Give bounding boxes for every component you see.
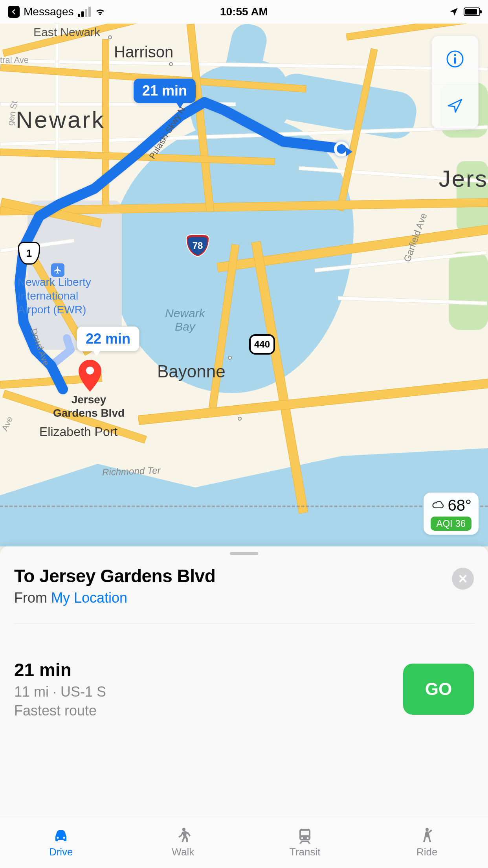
svg-point-5	[57, 837, 59, 839]
battery-icon	[464, 7, 480, 16]
svg-point-0	[86, 366, 94, 374]
status-right	[449, 7, 480, 17]
svg-point-12	[426, 828, 429, 831]
recenter-button[interactable]	[432, 82, 478, 129]
tab-label: Walk	[172, 846, 194, 858]
tab-drive[interactable]: Drive	[0, 817, 122, 868]
car-icon	[51, 827, 70, 844]
cellular-signal-icon	[78, 7, 91, 17]
temperature-value: 68°	[448, 497, 472, 514]
route-time-callout-alt[interactable]: 22 min	[77, 326, 139, 351]
map-label-jersey-gardens: Jersey Gardens Blvd	[53, 393, 125, 419]
tab-walk[interactable]: Walk	[122, 817, 244, 868]
map-label-newark-bay: Newark Bay	[165, 307, 205, 333]
tab-label: Drive	[49, 846, 73, 858]
back-to-app-icon[interactable]	[8, 6, 20, 18]
city-dot	[228, 356, 232, 360]
svg-point-11	[307, 837, 309, 839]
map-label-richmond: Richmond Ter	[102, 465, 161, 478]
map-label-east-newark: East Newark	[33, 26, 100, 39]
weather-temp: 68°	[431, 497, 472, 514]
wifi-icon	[95, 7, 106, 16]
city-dot	[108, 35, 112, 39]
svg-rect-9	[301, 831, 309, 835]
map-label-harrison: Harrison	[114, 43, 173, 61]
map-canvas[interactable]: 21 min 22 min Newark Harrison East Newar…	[0, 24, 488, 546]
origin-line: From My Location	[14, 590, 215, 606]
city-dot	[169, 62, 173, 66]
map-label-newark: Newark	[16, 106, 105, 133]
highway-shield-440: 440	[249, 334, 275, 355]
tab-ride[interactable]: Ride	[366, 817, 488, 868]
map-label-elizabeth-port: Elizabeth Port	[39, 425, 117, 439]
from-prefix: From	[14, 590, 51, 606]
map-label-tral: tral Ave	[0, 55, 29, 65]
go-button[interactable]: GO	[403, 664, 474, 715]
route-distance-via: 11 mi · US-1 S	[14, 684, 106, 700]
location-services-icon	[449, 7, 459, 17]
route-note: Fastest route	[14, 702, 106, 719]
status-bar: Messages 10:55 AM	[0, 0, 488, 24]
city-dot	[238, 417, 242, 421]
route-summary: 21 min 11 mi · US-1 S Fastest route GO	[14, 659, 474, 719]
tab-label: Ride	[416, 846, 437, 858]
map-controls	[431, 35, 479, 129]
tab-transit[interactable]: Transit	[244, 817, 366, 868]
close-icon	[457, 573, 468, 584]
cloud-icon	[431, 500, 446, 511]
map-label-bayonne: Bayonne	[157, 362, 226, 381]
from-location-link[interactable]: My Location	[51, 590, 127, 606]
svg-point-10	[301, 837, 303, 839]
svg-text:78: 78	[193, 240, 203, 251]
status-left: Messages	[8, 6, 106, 18]
current-location-dot[interactable]	[334, 142, 349, 156]
go-label: GO	[425, 679, 452, 699]
sheet-grabber[interactable]	[230, 552, 258, 555]
aqi-badge: AQI 36	[431, 517, 472, 531]
walk-icon	[174, 827, 193, 844]
route-time-callout-primary[interactable]: 21 min	[134, 79, 196, 103]
weather-badge[interactable]: 68° AQI 36	[424, 493, 479, 535]
tab-label: Transit	[290, 846, 321, 858]
map-label-jersey-city: Jers	[439, 165, 488, 192]
directions-sheet[interactable]: To Jersey Gardens Blvd From My Location …	[0, 546, 488, 868]
highway-shield-i78: 78	[185, 234, 210, 257]
transport-tabbar: Drive Walk Transit Ride	[0, 817, 488, 868]
route-time: 21 min	[14, 659, 106, 680]
close-button[interactable]	[452, 568, 474, 590]
svg-rect-4	[454, 57, 456, 64]
transit-icon	[295, 827, 314, 844]
info-button[interactable]	[432, 36, 478, 82]
map-label-airport[interactable]: Newark Liberty International Airport (EW…	[18, 275, 91, 316]
svg-point-3	[454, 54, 456, 56]
ride-icon	[418, 827, 437, 844]
airport-icon[interactable]	[51, 263, 64, 277]
sheet-header: To Jersey Gardens Blvd From My Location	[14, 565, 474, 624]
destination-title: To Jersey Gardens Blvd	[14, 565, 215, 587]
back-app-label[interactable]: Messages	[24, 6, 74, 18]
status-time: 10:55 AM	[220, 6, 268, 18]
destination-pin-icon[interactable]	[79, 360, 101, 383]
svg-point-6	[63, 837, 65, 839]
svg-point-7	[182, 828, 185, 831]
